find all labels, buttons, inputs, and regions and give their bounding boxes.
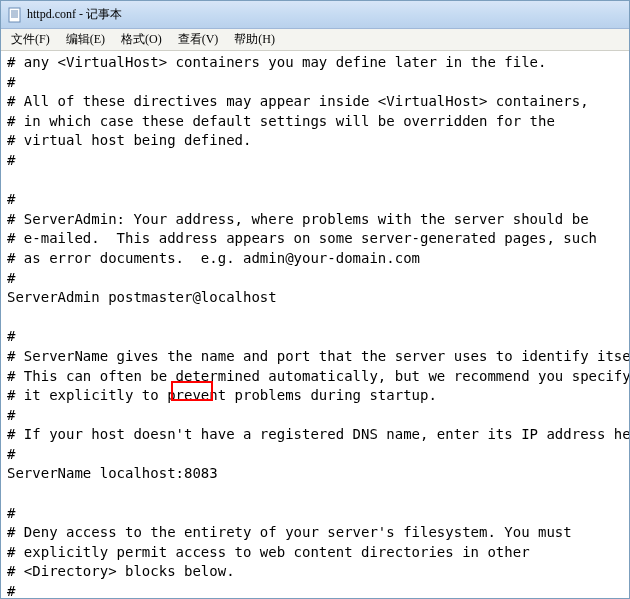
menu-view[interactable]: 查看(V) [170,29,227,50]
menu-format[interactable]: 格式(O) [113,29,170,50]
menu-edit[interactable]: 编辑(E) [58,29,113,50]
text-editor-content[interactable]: # any <VirtualHost> containers you may d… [1,51,629,598]
file-text: # any <VirtualHost> containers you may d… [7,54,629,598]
notepad-icon [7,7,23,23]
menu-file[interactable]: 文件(F) [3,29,58,50]
titlebar[interactable]: httpd.conf - 记事本 [1,1,629,29]
window-title: httpd.conf - 记事本 [27,6,122,23]
notepad-window: httpd.conf - 记事本 文件(F) 编辑(E) 格式(O) 查看(V)… [0,0,630,599]
menubar: 文件(F) 编辑(E) 格式(O) 查看(V) 帮助(H) [1,29,629,51]
menu-help[interactable]: 帮助(H) [226,29,283,50]
